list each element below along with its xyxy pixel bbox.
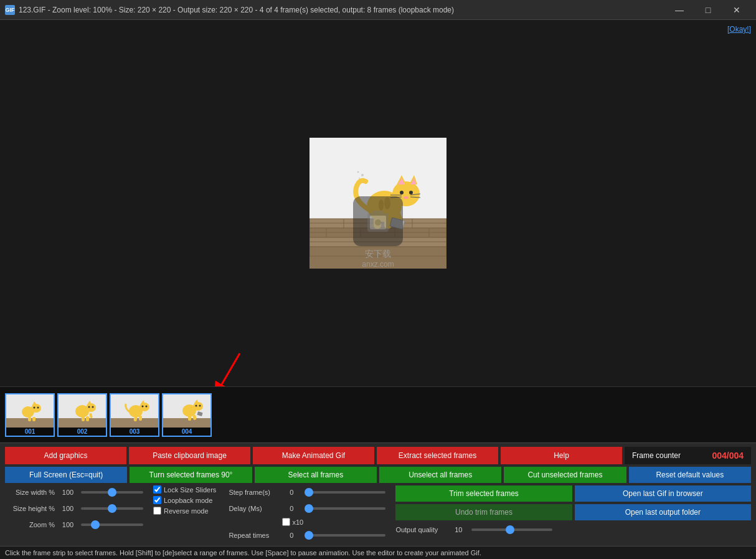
add-graphics-button[interactable]: Add graphics [5, 447, 126, 464]
cut-unselected-button[interactable]: Cut unselected frames [504, 467, 626, 483]
delay-value: 0 [282, 505, 301, 512]
help-button[interactable]: Help [501, 447, 622, 464]
svg-rect-72 [139, 416, 142, 421]
size-width-slider[interactable] [81, 491, 143, 494]
size-width-row: Size width % 100 [5, 485, 143, 499]
step-label: Step frame(s) [229, 489, 278, 496]
frame-004[interactable]: 004 [162, 393, 212, 437]
lock-size-label: Lock Size Sliders [164, 486, 216, 494]
svg-rect-62 [86, 416, 89, 421]
loopback-checkbox[interactable] [153, 496, 161, 504]
button-row-2: Full Screen (Esc=quit) Turn selected fra… [5, 467, 751, 483]
open-last-folder-button[interactable]: Open last output folder [575, 504, 751, 520]
svg-point-23 [409, 191, 413, 194]
svg-point-60 [92, 406, 94, 408]
right-controls: Trim selected frames Open last Gif in br… [395, 485, 751, 537]
frame-001-number: 001 [6, 428, 54, 436]
output-quality-label: Output quality [395, 526, 445, 533]
svg-point-76 [193, 402, 203, 411]
extract-frames-button[interactable]: Extract selected frames [377, 447, 498, 464]
maximize-button[interactable]: □ [694, 0, 722, 20]
svg-rect-52 [28, 417, 31, 421]
svg-point-79 [199, 404, 201, 406]
unselect-all-button[interactable]: Unselect all frames [379, 467, 501, 483]
frame-002[interactable]: 002 [57, 393, 107, 437]
statusbar: Click the frame strip to select frames. … [0, 546, 756, 559]
size-width-label: Size width % [5, 489, 55, 496]
app-icon-label: GIF [6, 7, 15, 13]
svg-point-30 [379, 199, 384, 211]
svg-point-57 [86, 403, 96, 412]
frame-001[interactable]: 001 [5, 393, 55, 437]
frame-004-number: 004 [163, 428, 210, 436]
okay-link[interactable]: [Okay!] [727, 25, 751, 34]
full-screen-button[interactable]: Full Screen (Esc=quit) [5, 467, 127, 483]
x10-row: x10 [282, 518, 385, 526]
frame-counter: Frame counter 004/004 [625, 447, 751, 464]
frame-002-image [59, 394, 106, 428]
gif-preview [309, 138, 447, 269]
titlebar: GIF 123.GIF - Zoom level: 100% - Size: 2… [0, 0, 756, 20]
step-value: 0 [282, 489, 301, 496]
statusbar-text: Click the frame strip to select frames. … [5, 549, 481, 557]
svg-rect-74 [163, 418, 210, 428]
svg-point-67 [139, 403, 149, 411]
svg-point-50 [34, 406, 35, 408]
frame-counter-value: 004/004 [712, 451, 744, 461]
turn-frames-button[interactable]: Turn selected frames 90° [130, 467, 252, 483]
output-quality-slider[interactable] [471, 528, 552, 531]
repeat-row: Repeat times 0 [229, 528, 385, 542]
frame-strip: 001 002 [0, 386, 756, 442]
svg-point-48 [31, 404, 41, 413]
x10-checkbox[interactable] [282, 518, 290, 526]
frame-003[interactable]: 003 [110, 393, 159, 437]
size-height-slider[interactable] [81, 507, 143, 510]
select-all-button[interactable]: Select all frames [255, 467, 377, 483]
minimize-button[interactable]: — [665, 0, 694, 20]
zoom-slider[interactable] [81, 523, 143, 526]
reverse-checkbox[interactable] [153, 507, 161, 515]
svg-point-36 [361, 174, 364, 176]
svg-point-69 [142, 405, 144, 407]
paste-clipboard-button[interactable]: Paste clipboard image [129, 447, 250, 464]
make-animated-gif-button[interactable]: Make Animated Gif [253, 447, 374, 464]
delay-label: Delay (Ms) [229, 505, 278, 512]
size-width-value: 100 [59, 489, 77, 496]
svg-point-29 [384, 197, 390, 209]
repeat-slider[interactable] [305, 534, 385, 537]
size-height-row: Size height % 100 [5, 502, 143, 515]
zoom-label: Zoom % [5, 521, 55, 528]
frame-003-image [111, 394, 158, 428]
button-row-1: Add graphics Paste clipboard image Make … [5, 447, 751, 464]
reset-defaults-button[interactable]: Reset default values [629, 467, 751, 483]
svg-point-22 [400, 191, 404, 194]
trim-row: Trim selected frames Open last Gif in br… [395, 485, 751, 502]
step-slider[interactable] [305, 491, 385, 494]
frame-001-image [6, 394, 54, 428]
svg-point-24 [404, 196, 409, 199]
svg-point-70 [146, 405, 148, 407]
controls-panel: Add graphics Paste clipboard image Make … [0, 442, 756, 546]
delay-row: Delay (Ms) 0 [229, 502, 385, 515]
repeat-label: Repeat times [229, 532, 278, 539]
cat-svg [309, 138, 447, 269]
svg-point-78 [196, 404, 197, 406]
close-button[interactable]: ✕ [722, 0, 751, 20]
step-row: Step frame(s) 0 [229, 485, 385, 499]
open-last-gif-button[interactable]: Open last Gif in browser [575, 485, 751, 502]
zoom-row: Zoom % 100 [5, 518, 143, 532]
reverse-item: Reverse mode [153, 507, 216, 515]
zoom-value: 100 [59, 521, 77, 528]
checkbox-group: Lock Size Sliders Loopback mode Reverse … [153, 485, 216, 515]
svg-point-37 [357, 171, 359, 173]
delay-slider[interactable] [305, 507, 385, 510]
svg-rect-31 [374, 217, 381, 229]
undo-trim-button[interactable]: Undo trim frames [395, 504, 572, 520]
frame-counter-label: Frame counter [632, 451, 681, 460]
trim-selected-button[interactable]: Trim selected frames [395, 485, 572, 502]
step-section: Step frame(s) 0 Delay (Ms) 0 x10 Repeat … [229, 485, 385, 542]
titlebar-controls: — □ ✕ [665, 0, 751, 20]
size-sliders: Size width % 100 Size height % 100 Zoom … [5, 485, 143, 532]
lock-size-item: Lock Size Sliders [153, 485, 216, 494]
lock-size-checkbox[interactable] [153, 485, 161, 494]
